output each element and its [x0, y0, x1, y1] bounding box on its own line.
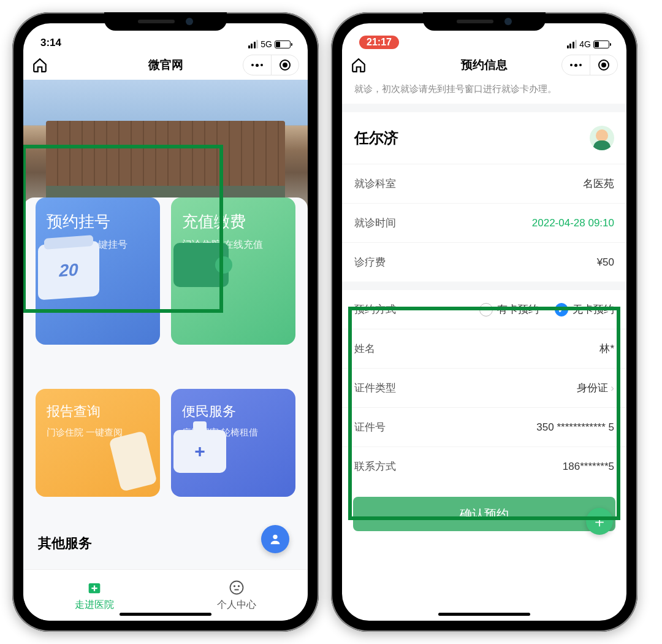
page-title: 微官网: [23, 57, 308, 73]
row-phone[interactable]: 联系方式 186*******5: [342, 447, 626, 486]
tab-label: 走进医院: [75, 599, 114, 611]
label: 就诊科室: [354, 177, 396, 191]
hero-image: [23, 80, 308, 209]
status-right: 4G: [567, 39, 609, 49]
value: 186*******5: [563, 461, 614, 473]
radio-icon: [479, 303, 493, 316]
card-title: 充值缴费: [182, 211, 284, 232]
nav-bar: 微官网: [23, 50, 308, 80]
svg-point-4: [238, 586, 239, 586]
id-type-value: 身份证: [577, 382, 608, 394]
radio-label: 有卡预约: [497, 302, 539, 316]
battery-icon: [275, 40, 291, 48]
row-fee: 诊疗费 ¥50: [342, 242, 626, 282]
user-icon: [268, 532, 282, 546]
row-id-number[interactable]: 证件号 350 ************ 5: [342, 407, 626, 447]
notice-text: 就诊，初次就诊请先到挂号窗口进行就诊卡办理。: [342, 80, 626, 104]
network-label: 5G: [261, 39, 272, 49]
card-grid: 预约挂号 便捷预约 一键挂号 20 充值缴费 门诊住院 在线充值 报告查询 门诊…: [23, 197, 308, 569]
value: ¥50: [597, 256, 614, 269]
card-title: 便民服务: [182, 402, 284, 421]
value: 350 ************ 5: [536, 421, 614, 434]
notch: [423, 12, 546, 31]
face-icon: [228, 579, 245, 596]
phone-frame-right: 21:17 4G 预约信息 就诊，初次就诊请先到挂号窗口进行就诊卡办理。 任尔济: [331, 12, 637, 632]
card-title: 报告查询: [47, 402, 149, 421]
battery-icon: [593, 40, 609, 48]
medkit-icon: [173, 430, 226, 473]
row-name[interactable]: 姓名 林*: [342, 329, 626, 368]
svg-point-3: [234, 586, 235, 586]
card-title: 预约挂号: [47, 211, 149, 232]
target-icon: [598, 59, 609, 71]
status-time: 3:14: [40, 37, 61, 49]
status-right: 5G: [248, 39, 291, 49]
nav-bar: 预约信息: [342, 50, 626, 80]
calendar-icon: 20: [38, 241, 99, 301]
label: 诊疗费: [354, 255, 386, 269]
row-method: 预约方式 有卡预约 无卡预约: [342, 290, 626, 329]
chevron-right-icon: ›: [611, 382, 614, 394]
value: 2022-04-28 09:10: [532, 217, 614, 229]
home-indicator: [438, 613, 530, 616]
radio-card[interactable]: 有卡预约: [479, 302, 539, 316]
hospital-icon: [86, 579, 103, 596]
signal-icon: [567, 40, 577, 48]
wallet-icon: [173, 243, 229, 287]
row-visit-time: 就诊时间 2022-04-28 09:10: [342, 203, 626, 242]
home-indicator: [120, 613, 211, 616]
card-payment[interactable]: 充值缴费 门诊住院 在线充值: [171, 197, 295, 345]
form-section: 预约方式 有卡预约 无卡预约 姓名 林*: [342, 290, 626, 486]
notch: [104, 12, 227, 31]
row-id-type[interactable]: 证件类型 身份证›: [342, 368, 626, 407]
card-report[interactable]: 报告查询 门诊住院 一键查阅: [36, 389, 160, 497]
section-divider: [342, 282, 626, 290]
radio-nocard[interactable]: 无卡预约: [555, 302, 614, 316]
target-icon: [280, 59, 291, 71]
fab-add-button[interactable]: ＋: [586, 508, 613, 535]
label: 证件类型: [354, 381, 396, 395]
network-label: 4G: [579, 39, 591, 49]
radio-group-method: 有卡预约 无卡预约: [479, 302, 614, 316]
label: 证件号: [354, 420, 386, 434]
screen-right: 21:17 4G 预约信息 就诊，初次就诊请先到挂号窗口进行就诊卡办理。 任尔济: [342, 23, 626, 621]
section-divider: [342, 104, 626, 112]
status-time: 21:17: [359, 36, 399, 49]
confirm-button[interactable]: 确认预约: [353, 497, 615, 531]
label: 联系方式: [354, 459, 396, 473]
tab-label: 个人中心: [217, 599, 256, 611]
card-service[interactable]: 便民服务 病案邮寄 轮椅租借: [171, 389, 295, 497]
row-department: 就诊科室 名医苑: [342, 164, 626, 203]
plus-icon: ＋: [592, 511, 607, 532]
calendar-day: 20: [38, 241, 99, 301]
phone-frame-left: 3:14 5G 微官网 预约挂号 便捷预约 一键挂号 20 充值缴费: [12, 12, 319, 632]
screen-left: 3:14 5G 微官网 预约挂号 便捷预约 一键挂号 20 充值缴费: [23, 23, 308, 621]
content-scroll[interactable]: 就诊，初次就诊请先到挂号窗口进行就诊卡办理。 任尔济 就诊科室 名医苑 就诊时间…: [342, 80, 626, 621]
svg-point-0: [273, 535, 277, 539]
page-title: 预约信息: [342, 57, 626, 73]
svg-point-2: [230, 581, 243, 594]
radio-label: 无卡预约: [573, 302, 614, 316]
avatar-icon: [590, 126, 614, 150]
label: 就诊时间: [354, 216, 396, 230]
label: 预约方式: [354, 302, 396, 316]
value: 林*: [599, 342, 614, 356]
tab-bar: 走进医院 个人中心: [23, 569, 308, 621]
section-other-title: 其他服务: [36, 524, 295, 569]
patient-section: 任尔济 就诊科室 名医苑 就诊时间 2022-04-28 09:10 诊疗费 ¥…: [342, 112, 626, 282]
radio-icon: [555, 303, 568, 316]
label: 姓名: [354, 342, 375, 356]
value: 名医苑: [583, 177, 614, 191]
value: 身份证›: [577, 381, 614, 395]
signal-icon: [248, 40, 259, 48]
patient-row[interactable]: 任尔济: [342, 112, 626, 164]
patient-name: 任尔济: [354, 128, 398, 148]
phone-icon: [108, 431, 158, 492]
card-appointment[interactable]: 预约挂号 便捷预约 一键挂号 20: [36, 197, 160, 345]
fab-user-button[interactable]: [261, 525, 289, 553]
